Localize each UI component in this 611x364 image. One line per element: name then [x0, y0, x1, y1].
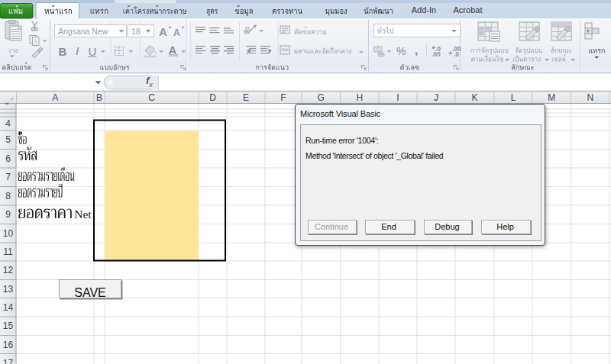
svg-text:Net: Net [74, 208, 92, 221]
